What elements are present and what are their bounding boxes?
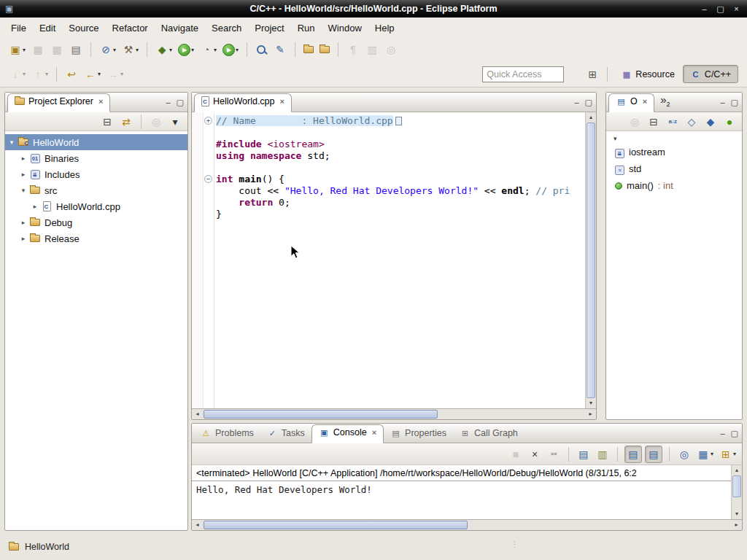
code-line[interactable]: } [216, 209, 584, 220]
outline-item-iostream[interactable]: ⇊iostream [606, 144, 742, 160]
tab-tasks[interactable]: ✓Tasks [260, 426, 311, 443]
dropdown-arrow-icon[interactable]: ▾ [23, 71, 26, 77]
dropdown-arrow-icon[interactable]: ▾ [733, 451, 736, 457]
minimize-window-button[interactable]: – [697, 3, 711, 15]
menu-source[interactable]: Source [62, 19, 105, 37]
tab-project-explorer[interactable]: Project Explorer × [7, 93, 110, 112]
fold-collapse-icon[interactable]: − [204, 175, 212, 183]
outline-item-main[interactable]: main() : int [606, 177, 742, 194]
maximize-editor-button[interactable]: ▢ [585, 97, 592, 107]
outline-view-menu-icon[interactable]: ▾ [606, 131, 742, 144]
maximize-window-button[interactable]: ▢ [713, 3, 727, 15]
run-external-tools-button[interactable]: ▶▾ [221, 41, 240, 58]
code-text[interactable]: // Name : HelloWorld.cpp#include <iostre… [216, 115, 584, 220]
open-resource-button[interactable] [318, 41, 331, 58]
display-selected-console-button[interactable]: ▦▾ [695, 446, 715, 463]
tree-item-helloworld-cpp[interactable]: ▸CHelloWorld.cpp [5, 198, 187, 214]
maximize-view-button[interactable]: ▢ [731, 428, 738, 438]
menu-search[interactable]: Search [205, 19, 248, 37]
dropdown-arrow-icon[interactable]: ▾ [169, 47, 172, 53]
fold-expand-icon[interactable]: + [204, 117, 212, 125]
scroll-down-icon[interactable]: ▾ [732, 509, 742, 519]
show-console-on-stderr-button[interactable]: ▤ [645, 446, 662, 463]
menu-help[interactable]: Help [368, 19, 401, 37]
profile-button[interactable]: ◔▾ [198, 41, 218, 58]
maximize-view-button[interactable]: ▢ [177, 97, 184, 107]
tab-outline[interactable]: ▤ O × [608, 93, 654, 112]
skip-all-breakpoints-button[interactable]: ⊘▾ [98, 41, 117, 58]
minimize-view-button[interactable]: – [720, 97, 724, 107]
scroll-lock-button[interactable]: ▥ [595, 446, 611, 463]
quick-access-input[interactable] [482, 66, 564, 82]
sort-button[interactable]: a↓z [665, 113, 681, 131]
scroll-up-icon[interactable]: ▴ [586, 112, 596, 122]
close-icon[interactable]: × [280, 97, 285, 106]
code-line[interactable]: cout << "Hello, Red Hat Developers World… [216, 185, 584, 197]
view-stack-chevron[interactable]: »2 [660, 95, 670, 109]
scroll-up-icon[interactable]: ▴ [732, 465, 742, 475]
close-icon[interactable]: × [372, 428, 376, 437]
debug-button[interactable]: ◆▾ [154, 41, 174, 58]
search-button[interactable] [254, 41, 269, 58]
outline-item-std[interactable]: ≡std [606, 160, 742, 177]
scroll-left-icon[interactable]: ◂ [192, 409, 203, 419]
maximize-view-button[interactable]: ▢ [731, 97, 738, 107]
code-line[interactable] [216, 162, 584, 174]
menu-run[interactable]: Run [291, 19, 322, 37]
dropdown-arrow-icon[interactable]: ▾ [136, 47, 139, 53]
editor-vertical-scrollbar[interactable]: ▴ ▾ [585, 112, 596, 408]
tab-console[interactable]: ▣Console× [311, 424, 384, 443]
twistie-icon[interactable]: ▸ [18, 171, 28, 178]
collapse-all-button[interactable]: ⊟ [99, 113, 115, 131]
console-output-text[interactable]: Hello, Red Hat Developers World! [192, 481, 742, 498]
pin-console-button[interactable]: ◎ [676, 446, 692, 463]
link-with-editor-button[interactable]: ⇄ [118, 113, 134, 131]
toggle-mark-occurrences-button[interactable]: ✎ [272, 41, 288, 58]
code-line[interactable] [216, 127, 584, 139]
dropdown-arrow-icon[interactable]: ▾ [711, 451, 713, 457]
menu-file[interactable]: File [4, 19, 33, 37]
tab-properties[interactable]: ▤Properties [384, 426, 453, 443]
scrollbar-thumb[interactable] [587, 122, 595, 398]
hide-non-public-members-button[interactable]: ● [721, 113, 738, 131]
twistie-icon[interactable]: ▾ [18, 187, 28, 194]
dropdown-arrow-icon[interactable]: ▾ [236, 47, 239, 53]
menu-project[interactable]: Project [248, 19, 290, 37]
menu-navigate[interactable]: Navigate [155, 19, 205, 37]
scrollbar-thumb[interactable] [204, 521, 468, 529]
minimize-view-button[interactable]: – [166, 97, 170, 107]
tree-item-helloworld[interactable]: ▾CHelloWorld [5, 134, 187, 150]
minimize-view-button[interactable]: – [720, 428, 724, 438]
scroll-right-icon[interactable]: ▸ [731, 520, 742, 530]
perspective-c-c[interactable]: CC/C++ [683, 65, 738, 83]
close-icon[interactable]: × [643, 97, 647, 106]
scrollbar-thumb[interactable] [732, 475, 741, 497]
code-line[interactable]: // Name : HelloWorld.cpp [216, 115, 584, 127]
tree-item-includes[interactable]: ▸⇊Includes [5, 166, 187, 182]
menu-refactor[interactable]: Refactor [106, 19, 155, 37]
new-button[interactable]: ▣▾ [7, 41, 27, 58]
scroll-down-icon[interactable]: ▾ [586, 398, 596, 408]
dropdown-arrow-icon[interactable]: ▾ [214, 47, 217, 53]
code-line[interactable]: return 0; [216, 197, 584, 209]
remove-all-launches-button[interactable]: ×× [546, 446, 562, 463]
tree-item-release[interactable]: ▸Release [5, 230, 187, 246]
code-line[interactable]: using namespace std; [216, 150, 584, 162]
perspective-resource[interactable]: ▦Resource [614, 65, 681, 83]
editor-horizontal-scrollbar[interactable]: ◂ ▸ [192, 408, 596, 419]
close-window-button[interactable]: × [729, 3, 743, 15]
console-horizontal-scrollbar[interactable]: ◂ ▸ [192, 519, 742, 530]
tab-problems[interactable]: ⚠Problems [194, 426, 260, 443]
dropdown-arrow-icon[interactable]: ▾ [113, 47, 116, 53]
code-line[interactable]: #include <iostream> [216, 139, 584, 150]
tab-call-graph[interactable]: ⊞Call Graph [453, 426, 525, 443]
menu-edit[interactable]: Edit [33, 19, 62, 37]
close-icon[interactable]: × [98, 97, 103, 106]
build-button[interactable]: ⚒▾ [120, 41, 140, 58]
twistie-icon[interactable]: ▸ [18, 219, 28, 226]
back-button[interactable]: ←▾ [82, 66, 102, 83]
open-perspective-button[interactable]: ⊞ [584, 66, 600, 83]
scroll-left-icon[interactable]: ◂ [192, 520, 203, 530]
scroll-right-icon[interactable]: ▸ [585, 409, 596, 419]
collapse-all-button[interactable]: ⊟ [646, 113, 662, 131]
